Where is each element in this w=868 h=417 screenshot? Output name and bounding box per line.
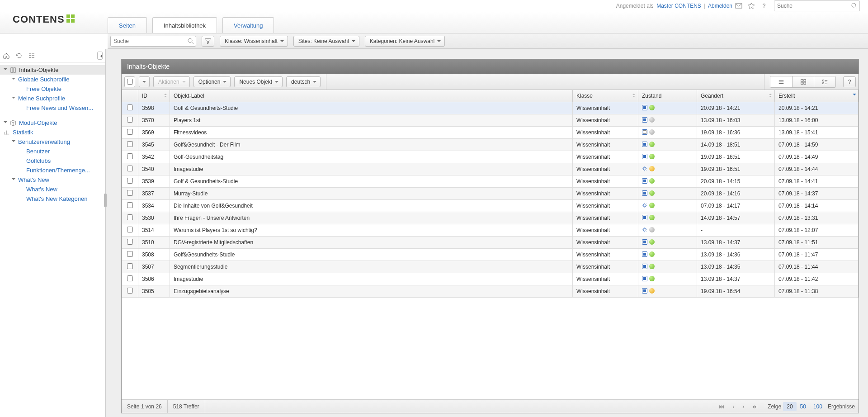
col-geandert[interactable]: Geändert: [697, 90, 775, 102]
main-tab-1[interactable]: Inhaltsbibliothek: [152, 17, 217, 33]
table-row[interactable]: 3542Golf-GesundheitstagWissensinhalt19.0…: [122, 151, 859, 163]
sidebar-item-7[interactable]: Benutzerverwaltung: [0, 137, 105, 147]
cell-geandert: 20.09.18 - 14:16: [697, 188, 775, 200]
row-checkbox[interactable]: [127, 117, 133, 123]
sidebar-item-10[interactable]: Funktionen/Themenge...: [0, 166, 105, 175]
table-row[interactable]: 3539Golf & Gesundheits-StudieWissensinha…: [122, 175, 859, 188]
row-checkbox[interactable]: [127, 239, 133, 245]
row-checkbox[interactable]: [127, 251, 133, 257]
pager-first[interactable]: ⏮: [719, 403, 724, 410]
help-icon[interactable]: ?: [760, 2, 768, 9]
page-size-20[interactable]: 20: [783, 402, 796, 411]
row-checkbox[interactable]: [127, 263, 133, 269]
sidebar-item-3[interactable]: Meine Suchprofile: [0, 94, 105, 103]
pager-last[interactable]: ⏭: [752, 403, 758, 410]
reload-icon[interactable]: [15, 52, 23, 59]
table-row[interactable]: 3537Murray-StudieWissensinhalt20.09.18 -…: [122, 188, 859, 200]
table-row[interactable]: 3510DGV-registrierte MitgliedschaftenWis…: [122, 237, 859, 249]
table-row[interactable]: 3505EinzugsgebietsanalyseWissensinhalt19…: [122, 285, 859, 298]
current-user-link[interactable]: Master CONTENS: [656, 3, 701, 9]
sidebar-item-8[interactable]: Benutzer: [0, 147, 105, 156]
new-object-button[interactable]: Neues Objekt: [234, 76, 283, 87]
col-id[interactable]: ID: [138, 90, 170, 102]
filter-dropdown-1[interactable]: Sites: Keine Auswahl: [293, 36, 359, 47]
actions-button[interactable]: Aktionen: [153, 76, 190, 87]
col-klasse[interactable]: Klasse: [573, 90, 638, 102]
home-icon[interactable]: [3, 52, 10, 59]
sidebar-resize-handle[interactable]: [104, 49, 106, 417]
row-checkbox[interactable]: [127, 214, 133, 220]
sidebar-item-0[interactable]: Inhalts-Objekte: [0, 65, 105, 75]
sidebar-item-label: Freie News und Wissen...: [26, 104, 93, 111]
sidebar-item-9[interactable]: Golfclubs: [0, 156, 105, 166]
pager-prev[interactable]: ‹: [732, 403, 734, 410]
table-row[interactable]: 3530Ihre Fragen - Unsere AntwortenWissen…: [122, 212, 859, 224]
cell-id: 3540: [138, 163, 170, 175]
row-checkbox[interactable]: [127, 288, 133, 294]
col-zustand[interactable]: Zustand: [638, 90, 697, 102]
row-checkbox[interactable]: [127, 141, 133, 147]
select-menu-button[interactable]: [139, 76, 150, 87]
table-row[interactable]: 3540ImagestudieWissensinhalt19.09.18 - 1…: [122, 163, 859, 175]
panel-help-button[interactable]: ?: [843, 76, 856, 87]
filter-dropdown-0[interactable]: Klasse: Wissensinhalt: [220, 36, 288, 47]
table-row[interactable]: 3507SegmentierungsstudieWissensinhalt13.…: [122, 261, 859, 273]
filter-toggle-button[interactable]: [202, 36, 214, 47]
table-row[interactable]: 3508Golf&Gesundheits-StudieWissensinhalt…: [122, 249, 859, 261]
brand-logo: CONTENS: [13, 14, 75, 25]
sidebar-item-11[interactable]: What's New: [0, 175, 105, 185]
view-grid-button[interactable]: [792, 76, 814, 87]
main-tab-2[interactable]: Verwaltung: [222, 17, 274, 33]
sidebar-item-2[interactable]: Freie Objekte: [0, 84, 105, 94]
col-erstellt[interactable]: Erstellt: [775, 90, 859, 102]
row-checkbox[interactable]: [127, 153, 133, 159]
sidebar-item-12[interactable]: What's New: [0, 185, 105, 194]
sidebar-item-6[interactable]: Statistik: [0, 128, 105, 137]
global-search-input[interactable]: [774, 0, 860, 11]
sidebar-item-13[interactable]: What's New Kategorien: [0, 194, 105, 204]
view-detail-button[interactable]: [814, 76, 835, 87]
table-row[interactable]: 3545Golf&Gesundheit - Der FilmWissensinh…: [122, 139, 859, 151]
table-row[interactable]: 3569FitnessvideosWissensinhalt19.09.18 -…: [122, 127, 859, 139]
options-button[interactable]: Optionen: [193, 76, 231, 87]
table-row[interactable]: 3506ImagestudieWissensinhalt13.09.18 - 1…: [122, 273, 859, 285]
sidebar-collapse-button[interactable]: [97, 52, 103, 60]
sidebar-item-4[interactable]: Freie News und Wissen...: [0, 103, 105, 113]
status-green-icon: [649, 178, 655, 184]
sidebar-item-5[interactable]: Modul-Objekte: [0, 118, 105, 128]
cell-label: Warums ist Players 1st so wichtig?: [170, 224, 573, 237]
table-row[interactable]: 3598Golf & Gesundheits-StudieWissensinha…: [122, 102, 859, 114]
star-icon[interactable]: [748, 2, 755, 9]
main-tab-0[interactable]: Seiten: [108, 17, 147, 33]
table-row[interactable]: 3534Die Inhalte von Golf&GesundheitWisse…: [122, 200, 859, 212]
col-label[interactable]: Objekt-Label: [170, 90, 573, 102]
page-size-100[interactable]: 100: [810, 402, 826, 411]
filter-dropdown-2[interactable]: Kategorien: Keine Auswahl: [365, 36, 445, 47]
row-checkbox[interactable]: [127, 190, 133, 196]
row-checkbox[interactable]: [127, 202, 133, 208]
page-size-50[interactable]: 50: [797, 402, 810, 411]
logout-link[interactable]: Abmelden: [708, 3, 732, 9]
status-grey-icon: [649, 227, 655, 232]
language-dropdown[interactable]: deutsch: [286, 76, 321, 87]
row-checkbox[interactable]: [127, 166, 133, 171]
mail-icon[interactable]: [735, 2, 742, 9]
sidebar-item-1[interactable]: Globale Suchprofile: [0, 75, 105, 84]
row-checkbox[interactable]: [127, 104, 133, 110]
row-checkbox[interactable]: [127, 178, 133, 184]
sidebar: Inhalts-ObjekteGlobale SuchprofileFreie …: [0, 49, 106, 417]
tree-settings-icon[interactable]: [28, 52, 35, 59]
view-list-button[interactable]: [770, 76, 792, 87]
row-checkbox[interactable]: [127, 275, 133, 281]
row-checkbox[interactable]: [127, 129, 133, 135]
library-search-input[interactable]: [110, 36, 196, 47]
col-checkbox[interactable]: [122, 90, 138, 102]
select-all-checkbox[interactable]: [124, 76, 135, 87]
table-row[interactable]: 3570Players 1stWissensinhalt13.09.18 - 1…: [122, 114, 859, 127]
panel-title: Inhalts-Objekte: [122, 59, 859, 74]
table-row[interactable]: 3514Warums ist Players 1st so wichtig?Wi…: [122, 224, 859, 237]
pager-next[interactable]: ›: [742, 403, 744, 410]
book-icon: [10, 67, 16, 73]
row-checkbox[interactable]: [127, 227, 133, 232]
caret-icon: [12, 178, 15, 182]
